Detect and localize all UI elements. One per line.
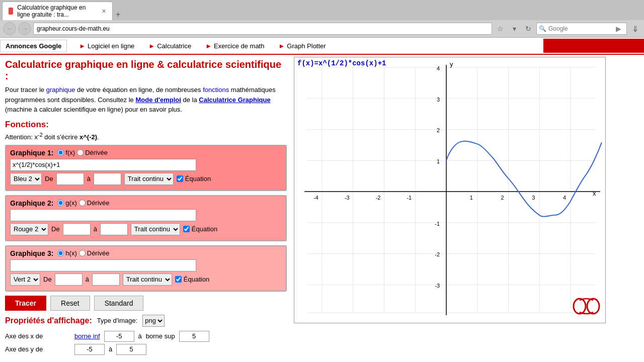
search-input[interactable] [548, 25, 614, 32]
tracer-button[interactable]: Tracer [5, 296, 46, 311]
active-tab[interactable]: Calculatrice graphique en ligne gratuite… [2, 2, 113, 20]
graph-2-equation-group: Équation [183, 225, 217, 233]
graph-1-derivee-label: Dérivée [85, 149, 108, 156]
graphique-link[interactable]: graphique [46, 86, 75, 94]
graph-3-a-input[interactable] [92, 274, 120, 286]
attention-text: Attention: x-2 doit s'écrire x^(-2). [5, 132, 287, 141]
graph-2-gx-radio-label[interactable]: g(x) [57, 199, 76, 207]
type-image-label: Type d'image: [97, 317, 138, 324]
nav-calculatrice[interactable]: ► Calculatrice [141, 40, 198, 52]
x-tick--3: -3 [345, 195, 350, 201]
graph-1-func-input[interactable] [10, 159, 196, 171]
x-min-input[interactable] [104, 331, 134, 342]
y-min-input[interactable] [74, 344, 105, 355]
x-max-input[interactable] [179, 331, 209, 342]
y-tick-3: 3 [437, 97, 440, 103]
graph-2-color-select[interactable]: Rouge 2 [10, 223, 48, 235]
graph-1-derivee-radio-label[interactable]: Dérivée [77, 149, 108, 156]
graph-1-fx-radio[interactable] [57, 149, 64, 156]
dropdown-icon[interactable]: ▾ [508, 23, 520, 35]
graph-3-de-input[interactable] [55, 274, 83, 286]
graph-2-derivee-radio-label[interactable]: Dérivée [79, 199, 110, 207]
graph-3-derivee-label: Dérivée [87, 249, 110, 257]
bookmark-icon[interactable]: ☆ [494, 23, 506, 35]
graph-3-options-row: Vert 2 De à Trait continu Équation [10, 274, 282, 286]
nav-exercice[interactable]: ► Exercice de math [198, 40, 271, 52]
graph-1-color-select[interactable]: Bleu 2 [10, 173, 42, 185]
graph-2-equation-checkbox[interactable] [183, 226, 190, 232]
y-tick--3: -3 [435, 283, 440, 289]
graphique-3-panel: Graphique 3: h(x) Dérivée Vert 2 [5, 245, 287, 292]
y-axis-label: Axe des y de [5, 345, 70, 353]
graph-3-derivee-radio-label[interactable]: Dérivée [79, 249, 110, 257]
graph-1-de-label: De [45, 175, 53, 183]
graph-1-derivee-radio[interactable] [77, 149, 84, 156]
graph-2-gx-radio[interactable] [57, 200, 64, 206]
url-field[interactable] [33, 23, 492, 35]
graph-2-de-input[interactable] [63, 223, 91, 235]
back-button[interactable]: ← [3, 22, 16, 35]
graphique-2-panel: Graphique 2: g(x) Dérivée Rouge 2 [5, 195, 287, 241]
mode-emploi-link[interactable]: Mode d'emploi [135, 96, 181, 104]
graph-container: f(x)=x^(1/2)*cos(x)+1 [294, 57, 606, 323]
new-tab-button[interactable]: + [113, 9, 123, 20]
fonctions-link[interactable]: fonctions [203, 86, 229, 94]
borne-inf-link[interactable]: borne inf [74, 332, 100, 340]
x-a-label: à [138, 332, 142, 340]
reset-button[interactable]: Reset [50, 296, 90, 311]
graph-2-a-label: à [94, 225, 97, 233]
y-tick-2: 2 [437, 127, 440, 133]
svg-rect-23 [590, 302, 596, 310]
y-axis-row: Axe des y de à [5, 344, 287, 355]
page-title: Calculatrice graphique en ligne & calcul… [5, 59, 287, 82]
graph-2-a-input[interactable] [100, 223, 128, 235]
refresh-button[interactable]: ↻ [522, 23, 534, 35]
right-panel: f(x)=x^(1/2)*cos(x)+1 [292, 55, 644, 361]
tab-close-button[interactable]: ✕ [102, 8, 106, 15]
graph-1-fx-radio-label[interactable]: f(x) [57, 149, 75, 156]
nav-logiciel[interactable]: ► Logiciel en ligne [72, 40, 141, 52]
download-button[interactable]: ⇓ [629, 23, 641, 35]
play-icon-3: ► [205, 42, 212, 50]
graph-3-hx-radio-label[interactable]: h(x) [57, 249, 76, 257]
proprietes-label: Propriétés d'affichage: [5, 316, 92, 325]
wolfram-icon [573, 296, 600, 316]
graph-2-trait-select[interactable]: Trait continu [131, 223, 180, 235]
graph-2-header: Graphique 2: g(x) Dérivée [10, 199, 282, 207]
x-tick-3: 3 [532, 195, 535, 201]
function-curve [446, 141, 602, 217]
proprietes-section: Propriétés d'affichage: Type d'image: pn… [5, 315, 287, 327]
graph-1-title: Graphique 1: [10, 149, 53, 157]
graph-3-hx-radio[interactable] [57, 250, 64, 256]
graph-2-func-input[interactable] [10, 209, 196, 221]
calculatrice-link[interactable]: Calculatrice Graphique [199, 96, 270, 104]
graph-1-a-input[interactable] [94, 173, 121, 185]
y-max-input[interactable] [116, 344, 146, 355]
graph-1-de-input[interactable] [56, 173, 84, 185]
x-tick-2: 2 [501, 195, 504, 201]
wolfram-logo-area [573, 296, 600, 318]
borne-sup-label: borne sup [146, 332, 175, 340]
y-axis-label-text: y [450, 60, 453, 68]
graph-2-options-row: Rouge 2 De à Trait continu Équation [10, 223, 282, 235]
x-tick--4: -4 [313, 195, 318, 201]
png-select[interactable]: png jpg [142, 315, 165, 327]
graph-3-equation-checkbox[interactable] [175, 276, 182, 283]
left-panel: Calculatrice graphique en ligne & calcul… [0, 55, 292, 361]
graph-3-func-input[interactable] [10, 259, 196, 272]
graph-3-color-select[interactable]: Vert 2 [10, 274, 40, 286]
forward-button[interactable]: → [18, 22, 31, 35]
graph-2-derivee-radio[interactable] [79, 200, 86, 206]
graph-3-derivee-radio[interactable] [79, 250, 86, 256]
standard-button[interactable]: Standard [94, 296, 144, 311]
search-submit-icon[interactable]: ▶ [616, 25, 621, 33]
graph-1-a-label: à [87, 175, 91, 183]
graph-1-equation-checkbox[interactable] [177, 175, 183, 182]
annonces-link[interactable]: Annonces Google [0, 40, 67, 52]
graph-3-trait-select[interactable]: Trait continu [123, 274, 172, 286]
play-icon-2: ► [148, 42, 155, 50]
graph-3-a-label: à [86, 276, 89, 283]
graph-1-trait-select[interactable]: Trait continu [124, 173, 174, 185]
tab-title: Calculatrice graphique en ligne gratuite… [17, 4, 98, 18]
nav-graph-plotter[interactable]: ► Graph Plotter [271, 40, 333, 52]
